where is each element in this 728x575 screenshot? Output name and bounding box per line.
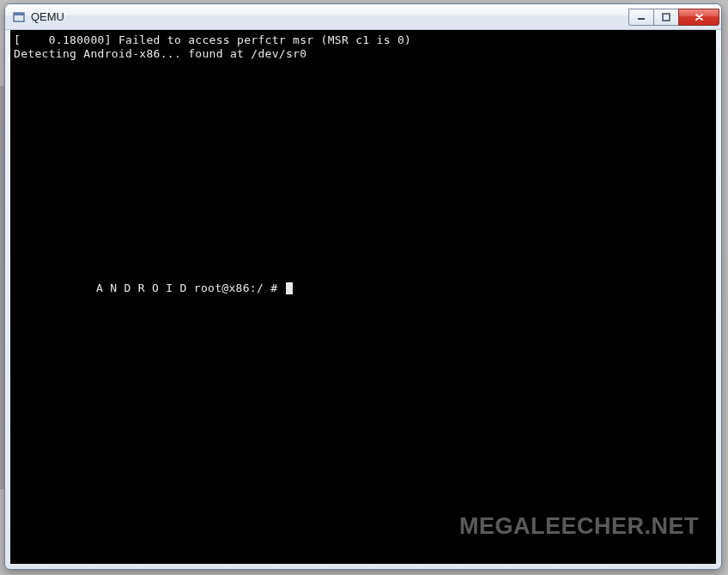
close-button[interactable] — [678, 9, 719, 26]
window-controls — [629, 9, 719, 26]
svg-rect-1 — [14, 13, 24, 15]
cursor — [286, 282, 293, 294]
terminal-line-2: Detecting Android-x86... found at /dev/s… — [14, 47, 306, 60]
qemu-window: QEMU [ 0.180000] Failed to access perfct… — [4, 3, 722, 570]
terminal-prompt: A N D R O I D root@x86:/ # — [96, 281, 284, 294]
minimize-button[interactable] — [628, 9, 654, 26]
terminal-output: [ 0.180000] Failed to access perfctr msr… — [14, 33, 411, 61]
svg-rect-2 — [638, 18, 645, 20]
svg-rect-3 — [663, 14, 670, 21]
maximize-button[interactable] — [653, 9, 679, 26]
terminal-line-1: [ 0.180000] Failed to access perfctr msr… — [14, 33, 411, 46]
app-icon — [12, 10, 26, 24]
terminal-prompt-line: A N D R O I D root@x86:/ # — [96, 281, 293, 294]
window-title: QEMU — [31, 10, 629, 23]
watermark: MEGALEECHER.NET — [459, 513, 699, 540]
titlebar[interactable]: QEMU — [5, 4, 721, 30]
terminal-area[interactable]: [ 0.180000] Failed to access perfctr msr… — [10, 30, 716, 564]
